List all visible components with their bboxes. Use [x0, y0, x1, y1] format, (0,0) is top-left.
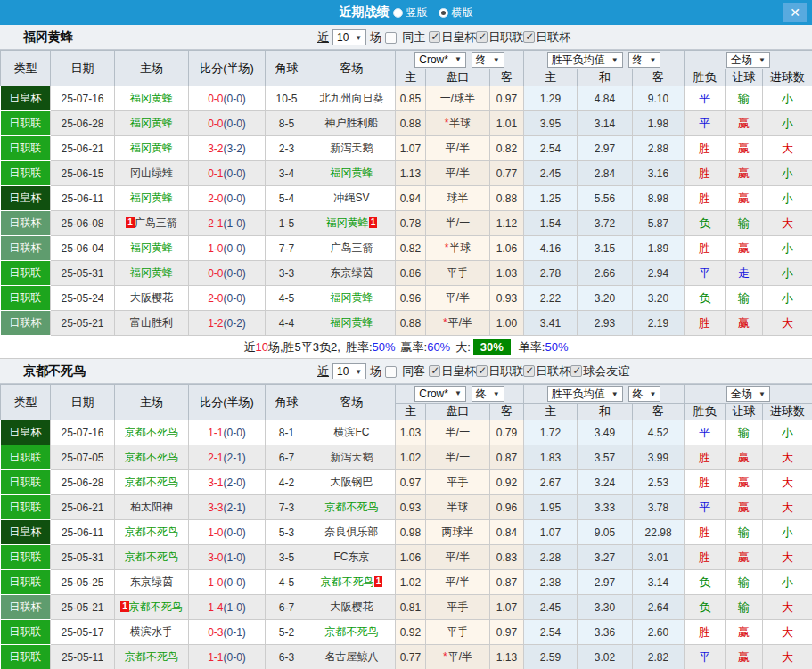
result-win-draw-loss: 胜: [685, 236, 726, 261]
odds-state-select[interactable]: 终▼: [472, 386, 504, 402]
result-goals-over-under: 大: [763, 620, 812, 645]
home-team-name: 京都不死鸟: [129, 600, 183, 613]
avg-select[interactable]: 胜平负均值▼: [547, 52, 623, 68]
league-filter: 日职联: [476, 29, 523, 45]
fulltime-score: 1-2: [208, 317, 223, 330]
same-venue-checkbox[interactable]: [385, 366, 397, 378]
near-link[interactable]: 近: [317, 363, 329, 379]
sub-column-header: 主: [524, 69, 578, 86]
team-name: 福冈黄蜂: [23, 29, 73, 45]
radio-horizontal[interactable]: 横版: [439, 5, 473, 20]
radio-horizontal-icon[interactable]: [439, 8, 448, 18]
handicap: 平手: [426, 470, 490, 495]
odds-state-select[interactable]: 终▼: [472, 52, 504, 68]
home-team-name: 冈山绿雉: [130, 167, 173, 179]
league-checkbox[interactable]: [570, 365, 582, 377]
league-label: 球会友谊: [583, 363, 629, 379]
handicap: 平/半: [426, 136, 490, 161]
match-row: 日联杯25-06-04福冈黄蜂1-0(0-0)7-7广岛三箭0.82*半球1.0…: [1, 236, 812, 261]
result-win-draw-loss: 平: [685, 261, 726, 286]
match-date: 25-06-15: [51, 161, 115, 186]
sub-column-header: 客: [633, 404, 685, 420]
avg-select[interactable]: 胜平负均值▼: [547, 386, 623, 402]
summary-record: 场,胜5平3负2,: [268, 339, 340, 355]
score-cell: 3-1(2-0): [189, 470, 266, 495]
result-handicap: 赢: [726, 236, 763, 261]
home-team: 冈山绿雉: [115, 161, 189, 186]
fulltime-score: 0-0: [208, 93, 223, 105]
league-checkbox[interactable]: [523, 31, 535, 43]
away-team-name: 横滨FC: [334, 426, 370, 438]
match-row: 日职联25-07-05京都不死鸟2-1(2-1)6-7新泻天鹅1.02半/一0.…: [1, 445, 812, 470]
summary-row: 近10场,胜5平3负2,胜率:50%赢率:60%大:30%单率:50%: [0, 336, 812, 359]
result-goals-over-under: 大: [763, 211, 812, 236]
match-type-badge: 日职联: [1, 545, 51, 570]
away-odds: 0.96: [490, 495, 524, 520]
score-cell: 1-4(1-0): [189, 595, 266, 620]
avg-home-odds: 2.54: [524, 136, 578, 161]
league-checkbox[interactable]: [476, 365, 488, 377]
avg-home-odds: 2.78: [524, 261, 578, 286]
home-team-name: 京都不死鸟: [125, 526, 178, 538]
games-count-select[interactable]: 10▼: [332, 363, 366, 379]
avg-home-odds: 3.95: [524, 111, 578, 136]
odds-source-select[interactable]: Crow*▼: [414, 52, 466, 68]
avg-draw-odds: 3.72: [578, 211, 633, 236]
chevron-down-icon: ▼: [493, 390, 500, 398]
handicap: *半球: [426, 236, 490, 261]
odds-source-select[interactable]: Crow*▼: [414, 386, 466, 402]
score-cell: 1-0(0-0): [189, 236, 266, 261]
halftime-score: (0-2): [224, 317, 246, 330]
avg-home-odds: 3.41: [524, 311, 578, 336]
avg-state-select[interactable]: 终▼: [628, 52, 661, 68]
scope-select[interactable]: 全场▼: [726, 386, 770, 402]
corner-count: 4-2: [266, 470, 308, 495]
league-checkbox[interactable]: [429, 365, 440, 377]
away-team: 奈良俱乐部: [308, 520, 396, 545]
match-row: 日职联25-06-21柏太阳神3-3(2-1)7-3京都不死鸟0.93半球0.9…: [1, 495, 812, 520]
fulltime-score: 2-1: [208, 452, 223, 464]
halftime-score: (1-0): [224, 601, 246, 614]
column-header: 比分(半场): [189, 51, 266, 86]
result-handicap: 赢: [726, 186, 763, 211]
result-handicap: 输: [726, 86, 763, 111]
result-goals-over-under: 大: [763, 136, 812, 161]
avg-home-odds: 1.83: [524, 445, 578, 470]
near-link[interactable]: 近: [317, 29, 329, 45]
halftime-score: (0-0): [224, 192, 246, 205]
league-checkbox[interactable]: [476, 31, 488, 43]
away-team-name: 东京绿茵: [331, 266, 373, 279]
avg-draw-odds: 9.05: [578, 520, 633, 545]
radio-vertical-icon[interactable]: [393, 8, 403, 18]
avg-away-odds: 3.16: [633, 161, 685, 186]
match-date: 25-07-16: [51, 420, 115, 445]
cover-rate-label: 赢率:: [401, 339, 428, 355]
close-icon[interactable]: ✕: [783, 3, 807, 22]
result-goals-over-under: 小: [763, 520, 812, 545]
away-team-name: FC东京: [334, 551, 370, 563]
league-checkbox[interactable]: [523, 365, 535, 377]
result-goals-over-under: 大: [763, 311, 812, 336]
avg-draw-odds: 2.93: [578, 311, 633, 336]
corner-count: 7-3: [266, 495, 308, 520]
filter-bar: 近 10▼ 场 同客 日皇杯日职联日联杯球会友谊: [317, 359, 629, 384]
home-team: 富山胜利: [115, 311, 189, 336]
radio-vertical[interactable]: 竖版: [393, 5, 428, 20]
games-count-select[interactable]: 10▼: [332, 29, 366, 45]
column-header: 主场: [115, 51, 189, 86]
home-odds: 0.97: [396, 470, 426, 495]
match-row: 日职联25-05-31福冈黄蜂0-0(0-0)3-3东京绿茵0.86平手1.03…: [1, 261, 812, 286]
league-checkbox[interactable]: [429, 31, 440, 43]
scope-select[interactable]: 全场▼: [726, 52, 770, 68]
away-odds: 0.83: [490, 545, 524, 570]
home-team: 京都不死鸟: [115, 520, 189, 545]
column-header: 日期: [51, 51, 115, 86]
score-cell: 0-1(0-0): [189, 161, 266, 186]
corner-count: 8-5: [266, 111, 308, 136]
avg-state-select[interactable]: 终▼: [628, 386, 661, 402]
avg-away-odds: 1.89: [633, 236, 685, 261]
same-venue-checkbox[interactable]: [385, 32, 397, 44]
home-team-name: 福冈黄蜂: [130, 241, 173, 254]
corner-count: 6-7: [266, 445, 308, 470]
chevron-down-icon: ▼: [611, 56, 619, 64]
